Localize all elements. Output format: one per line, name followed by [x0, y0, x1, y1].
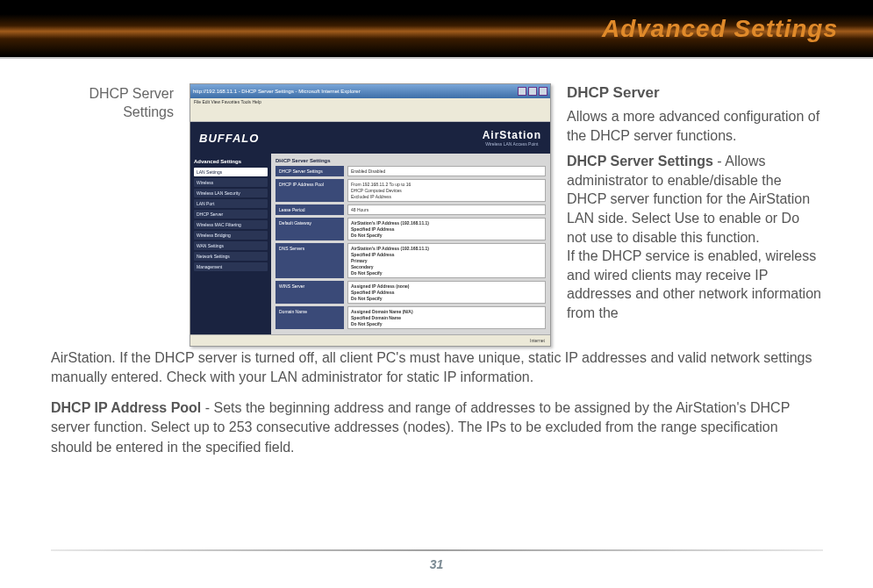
field-text: Do Not Specify [351, 233, 542, 238]
sidebar-item[interactable]: Management [194, 262, 268, 271]
browser-menu[interactable]: File Edit View Favorites Tools Help [190, 98, 550, 109]
document-page: Advanced Settings DHCP Server Settings h… [0, 0, 873, 588]
field-text: Excluded IP Address [351, 194, 542, 199]
setting-field[interactable]: Enabled Disabled [347, 166, 546, 176]
field-text: Specified IP Address [351, 290, 542, 295]
continuation-text: If the DHCP service is enabled, wireless… [567, 247, 822, 322]
sidebar-item[interactable]: Wireless [194, 178, 268, 187]
sidebar-item[interactable]: Wireless Bridging [194, 231, 268, 240]
window-title: http://192.168.11.1 - DHCP Server Settin… [193, 89, 361, 94]
setting-label: Lease Period [275, 204, 344, 215]
setting-label: DHCP Server Settings [275, 166, 344, 176]
maximize-icon[interactable] [528, 87, 537, 96]
field-text: Do Not Specify [351, 321, 542, 326]
section-heading: DHCP Server [567, 83, 822, 104]
field-text: Specified Domain Name [351, 315, 542, 320]
setting-field[interactable]: 48 Hours [347, 204, 546, 215]
field-text: Do Not Specify [351, 296, 542, 301]
minimize-icon[interactable] [518, 87, 526, 96]
footer-divider [51, 549, 823, 551]
setting-label: DHCP IP Address Pool [275, 179, 344, 202]
setting-field[interactable]: AirStation's IP Address (192.168.11.1) S… [347, 218, 546, 240]
sidebar-item[interactable]: LAN Settings [194, 168, 268, 176]
setting-field[interactable]: AirStation's IP Address (192.168.11.1) S… [347, 243, 546, 278]
setting-label: Default Gateway [275, 218, 344, 240]
paragraph: AirStation. If the DHCP server is turned… [51, 348, 822, 388]
subsection: DHCP Server Settings - Allows administra… [567, 152, 822, 247]
sidebar-item[interactable]: DHCP Server [194, 210, 268, 219]
settings-panel: DHCP Server Settings DHCP Server Setting… [271, 154, 550, 334]
field-text: Primary [351, 258, 542, 263]
field-text: Enabled Disabled [351, 169, 542, 174]
field-text: Specified IP Address [351, 252, 542, 257]
field-text: Do Not Specify [351, 270, 542, 276]
section-title: DHCP Server Settings [275, 158, 546, 163]
setting-row: DHCP Server Settings Enabled Disabled [275, 166, 546, 176]
setting-field[interactable]: From 192.168.11.2 To up to 16 DHCP Compu… [347, 179, 546, 202]
page-number: 31 [430, 557, 444, 571]
field-text: Assigned IP Address (none) [351, 283, 542, 289]
brand-product: AirStation Wireless LAN Access Point [483, 129, 541, 147]
embedded-screenshot: http://192.168.11.1 - DHCP Server Settin… [190, 83, 551, 347]
setting-row: DNS Servers AirStation's IP Address (192… [275, 243, 546, 278]
setting-label: Domain Name [275, 306, 344, 329]
intro-text: Allows a more advanced configuration of … [567, 107, 822, 145]
window-buttons [518, 87, 547, 96]
subsection-label: DHCP Server Settings [567, 154, 713, 169]
product-name: AirStation [483, 129, 541, 141]
field-text: AirStation's IP Address (192.168.11.1) [351, 246, 542, 251]
right-column: DHCP Server Allows a more advanced confi… [567, 83, 822, 347]
sidebar-item[interactable]: WAN Settings [194, 241, 268, 250]
setting-label: DNS Servers [275, 243, 344, 278]
setting-field[interactable]: Assigned Domain Name (N/A) Specified Dom… [347, 306, 546, 329]
setting-row: Lease Period 48 Hours [275, 204, 546, 215]
sidebar-item[interactable]: Wireless LAN Security [194, 189, 268, 197]
setting-row: Domain Name Assigned Domain Name (N/A) S… [275, 306, 546, 329]
field-text: Specified IP Address [351, 226, 542, 232]
close-icon[interactable] [539, 87, 547, 96]
field-text: 48 Hours [351, 207, 542, 212]
browser-toolbar[interactable] [190, 109, 550, 122]
setting-row: Default Gateway AirStation's IP Address … [275, 218, 546, 240]
header-bar: Advanced Settings [0, 0, 873, 57]
page-title: Advanced Settings [602, 15, 838, 43]
setting-field[interactable]: Assigned IP Address (none) Specified IP … [347, 281, 546, 304]
window-titlebar: http://192.168.11.1 - DHCP Server Settin… [190, 84, 550, 98]
brand-logo: BUFFALO [199, 132, 259, 145]
brand-bar: BUFFALO AirStation Wireless LAN Access P… [190, 122, 550, 154]
field-text: From 192.168.11.2 To up to 16 [351, 182, 542, 187]
status-text: Internet [530, 338, 545, 343]
app-body: Advanced Settings LAN Settings Wireless … [190, 154, 550, 334]
sidebar-nav: Advanced Settings LAN Settings Wireless … [190, 154, 271, 334]
setting-label: WINS Server [275, 281, 344, 304]
term-label: DHCP IP Address Pool [51, 400, 201, 415]
field-text: DHCP Computed Devices [351, 188, 542, 193]
upper-row: DHCP Server Settings http://192.168.11.1… [51, 83, 822, 347]
setting-row: WINS Server Assigned IP Address (none) S… [275, 281, 546, 304]
nav-heading: Advanced Settings [194, 159, 268, 164]
field-text: Assigned Domain Name (N/A) [351, 309, 542, 314]
paragraph: DHCP IP Address Pool - Sets the beginnin… [51, 398, 822, 457]
browser-statusbar: Internet [190, 334, 550, 346]
content-area: DHCP Server Settings http://192.168.11.1… [0, 59, 873, 457]
setting-row: DHCP IP Address Pool From 192.168.11.2 T… [275, 179, 546, 202]
product-tagline: Wireless LAN Access Point [483, 141, 541, 147]
sidebar-item[interactable]: LAN Port [194, 199, 268, 208]
sidebar-item[interactable]: Network Settings [194, 252, 268, 261]
sidebar-item[interactable]: Wireless MAC Filtering [194, 220, 268, 229]
field-text: AirStation's IP Address (192.168.11.1) [351, 220, 542, 226]
page-footer: 31 [0, 549, 873, 572]
field-text: Secondary [351, 264, 542, 269]
figure-caption: DHCP Server Settings [51, 83, 174, 347]
